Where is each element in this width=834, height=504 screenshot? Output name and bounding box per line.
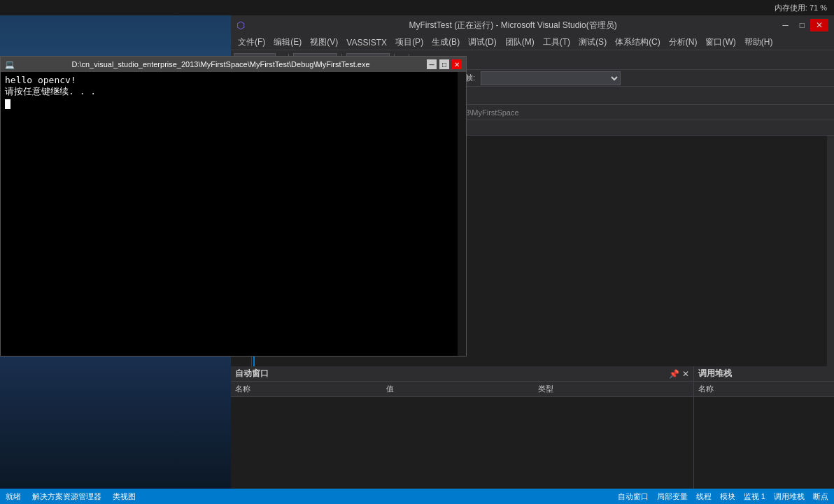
auto-window-title: 自动窗口 [235, 368, 269, 380]
menu-build[interactable]: 生成(B) [427, 35, 464, 50]
terminal-line1: hello opencv! [5, 75, 462, 85]
call-stack-title: 调用堆栈 [698, 368, 732, 380]
terminal-title-text: D:\cn_visual_studio_enterprise_2013\MyFi… [15, 60, 427, 69]
vs-maximize-btn[interactable]: □ [794, 19, 810, 31]
call-stack-body [694, 397, 834, 489]
auto-col-value: 值 [386, 384, 537, 394]
statusbar-module-tab[interactable]: 模块 [720, 491, 735, 502]
call-stack-columns: 名称 [694, 382, 834, 397]
auto-window-header: 自动窗口 📌 ✕ [231, 366, 693, 382]
menu-test[interactable]: 测试(S) [574, 35, 611, 50]
vs-statusbar: 就绪 解决方案资源管理器 类视图 自动窗口 局部变量 线程 模块 监视 1 调用… [0, 489, 834, 504]
terminal-line2: 请按任意键继续. . . [5, 85, 462, 98]
terminal-scrollbar[interactable] [458, 72, 466, 356]
terminal-close-btn[interactable]: ✕ [452, 59, 462, 69]
menu-debug[interactable]: 调试(D) [464, 35, 501, 50]
auto-window-columns: 名称 值 类型 [231, 382, 693, 397]
menu-edit[interactable]: 编辑(E) [269, 35, 306, 50]
statusbar-ready: 就绪 [6, 491, 21, 502]
terminal-controls-right: ─ □ ✕ [427, 59, 462, 69]
menu-window[interactable]: 窗口(W) [701, 35, 740, 50]
call-stack-col-name: 名称 [698, 384, 830, 394]
terminal-minimize-btn[interactable]: ─ [427, 59, 437, 69]
terminal-cursor [5, 99, 10, 109]
statusbar-thread-tab[interactable]: 线程 [696, 491, 712, 502]
statusbar-right: 自动窗口 局部变量 线程 模块 监视 1 调用堆栈 断点 [618, 491, 828, 502]
statusbar-auto-window-tab[interactable]: 自动窗口 [618, 491, 649, 502]
auto-close-icon[interactable]: ✕ [682, 369, 689, 379]
menu-help[interactable]: 帮助(H) [740, 35, 777, 50]
menu-tools[interactable]: 工具(T) [539, 35, 574, 50]
terminal-titlebar: 💻 D:\cn_visual_studio_enterprise_2013\My… [1, 57, 466, 72]
vs-menubar: 文件(F) 编辑(E) 视图(V) VASSISTX 项目(P) 生成(B) 调… [231, 35, 834, 50]
callstack-dropdown[interactable] [481, 71, 621, 85]
vs-minimize-btn[interactable]: ─ [777, 19, 794, 31]
vs-app-icon: ⬡ [236, 20, 245, 31]
statusbar-callstack-tab[interactable]: 调用堆栈 [774, 491, 805, 502]
statusbar-watch1-tab[interactable]: 监视 1 [744, 491, 765, 502]
auto-window-panel: 自动窗口 📌 ✕ 名称 值 类型 [231, 366, 694, 489]
taskbar-top: 内存使用: 71 % [0, 0, 834, 15]
menu-team[interactable]: 团队(M) [501, 35, 539, 50]
auto-pin-icon[interactable]: 📌 [669, 369, 679, 379]
terminal-window: 💻 D:\cn_visual_studio_enterprise_2013\My… [0, 56, 467, 357]
vs-titlebar: ⬡ MyFirstTest (正在运行) - Microsoft Visual … [231, 15, 834, 35]
statusbar-tab-solution[interactable]: 解决方案资源管理器 [32, 491, 101, 502]
terminal-controls-left: 💻 [5, 60, 15, 69]
terminal-maximize-btn[interactable]: □ [439, 59, 449, 69]
auto-col-name: 名称 [235, 384, 386, 394]
vs-title-text: MyFirstTest (正在运行) - Microsoft Visual St… [249, 20, 777, 31]
auto-col-type: 类型 [538, 384, 689, 394]
statusbar-tab-classview[interactable]: 类视图 [113, 491, 136, 502]
menu-vassistx[interactable]: VASSISTX [342, 36, 391, 49]
terminal-body: hello opencv! 请按任意键继续. . . [1, 72, 466, 356]
menu-project[interactable]: 项目(P) [391, 35, 427, 50]
menu-analyze[interactable]: 分析(N) [665, 35, 702, 50]
terminal-icon: 💻 [5, 60, 15, 69]
menu-file[interactable]: 文件(F) [234, 35, 269, 50]
statusbar-breakpoints-tab[interactable]: 断点 [813, 491, 828, 502]
menu-architecture[interactable]: 体系结构(C) [611, 35, 665, 50]
menu-view[interactable]: 视图(V) [306, 35, 342, 50]
vs-close-btn[interactable]: ✕ [810, 19, 828, 31]
memory-usage-label: 内存使用: 71 % [775, 3, 834, 13]
call-stack-panel: 调用堆栈 名称 [694, 366, 834, 489]
vs-main-panels: 自动窗口 📌 ✕ 名称 值 类型 调用堆栈 名称 [231, 366, 834, 489]
call-stack-header: 调用堆栈 [694, 366, 834, 382]
statusbar-locals-tab[interactable]: 局部变量 [657, 491, 688, 502]
auto-window-controls: 📌 ✕ [669, 369, 689, 379]
auto-window-body [231, 397, 693, 489]
statusbar-left: 就绪 解决方案资源管理器 类视图 [6, 491, 136, 502]
